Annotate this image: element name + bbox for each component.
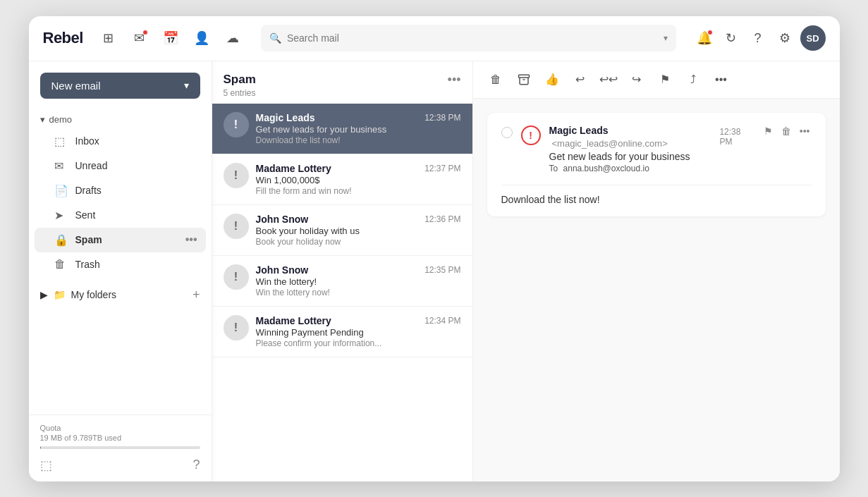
- card-to-email: anna.bush@oxcloud.io: [563, 164, 649, 173]
- email-avatar: !: [224, 214, 249, 239]
- email-card: ! Magic Leads <magic_leads@online.com> 1…: [487, 113, 826, 216]
- delete-button[interactable]: 🗑: [484, 68, 507, 91]
- topbar: Rebel ⊞ ✉ 📅 👤 ☁ 🔍 ▾ 🔔 ↻ ? ⚙ SD: [29, 16, 840, 61]
- app-window: Rebel ⊞ ✉ 📅 👤 ☁ 🔍 ▾ 🔔 ↻ ? ⚙ SD: [29, 16, 840, 481]
- folder-title: Spam: [224, 73, 256, 87]
- card-flag-button[interactable]: ⚑: [762, 124, 774, 138]
- email-preview: Book your holiday now: [256, 237, 461, 247]
- card-time: 12:38 PM: [719, 127, 753, 147]
- email-time: 12:36 PM: [424, 214, 460, 224]
- panel-toggle-icon[interactable]: ⬚: [40, 458, 52, 473]
- mail-badge: [142, 30, 148, 35]
- demo-group-label[interactable]: ▾ demo: [35, 110, 206, 129]
- flag-button[interactable]: ⚑: [654, 68, 676, 91]
- card-sender-email: <magic_leads@online.com>: [552, 138, 668, 149]
- email-top: John Snow 12:36 PM: [256, 214, 461, 225]
- email-body: John Snow 12:35 PM Win the lottery! Win …: [256, 264, 461, 297]
- drafts-label: Drafts: [75, 185, 102, 196]
- card-to: To anna.bush@oxcloud.io: [549, 164, 754, 173]
- email-body: Madame Lottery 12:34 PM Winning Payment …: [256, 315, 461, 348]
- sidebar-item-inbox[interactable]: ⬚ Inbox: [35, 129, 206, 154]
- sidebar-item-sent[interactable]: ➤ Sent: [35, 203, 206, 228]
- new-email-chevron-icon: ▾: [184, 80, 189, 91]
- email-preview: Fill the form and win now!: [256, 186, 461, 196]
- more-button[interactable]: •••: [710, 68, 733, 91]
- my-folders-folder-icon: 📁: [54, 289, 66, 300]
- add-folder-button[interactable]: +: [187, 285, 206, 305]
- search-bar: 🔍 ▾: [261, 25, 676, 51]
- card-delete-button[interactable]: 🗑: [780, 124, 793, 138]
- card-spam-icon: !: [521, 125, 541, 145]
- email-subject: Win 1,000,000$: [256, 175, 461, 185]
- apps-icon[interactable]: ⊞: [97, 27, 120, 49]
- folder-count: 5 entries: [224, 88, 256, 98]
- email-time: 12:38 PM: [424, 113, 460, 123]
- email-body: Magic Leads 12:38 PM Get new leads for y…: [256, 112, 461, 145]
- quota-bar: [40, 446, 200, 449]
- email-time: 12:37 PM: [424, 164, 460, 173]
- email-sender: Magic Leads: [256, 112, 315, 123]
- email-sender: Madame Lottery: [256, 163, 331, 174]
- email-item[interactable]: ! Madame Lottery 12:37 PM Win 1,000,000$…: [212, 154, 472, 205]
- trash-icon: 🗑: [54, 258, 68, 271]
- email-sender: Madame Lottery: [256, 315, 331, 326]
- email-avatar: !: [224, 315, 249, 340]
- sidebar: New email ▾ ▾ demo ⬚ Inbox ✉ Unread 📄: [29, 61, 212, 481]
- email-item[interactable]: ! Magic Leads 12:38 PM Get new leads for…: [212, 104, 472, 154]
- cloud-icon[interactable]: ☁: [221, 27, 244, 49]
- email-avatar: !: [224, 163, 249, 188]
- mail-icon[interactable]: ✉: [128, 27, 151, 49]
- notifications-badge: [707, 30, 713, 35]
- trash-label: Trash: [75, 259, 100, 270]
- card-sender-row: Magic Leads <magic_leads@online.com> 12:…: [549, 124, 754, 149]
- help-footer-icon[interactable]: ?: [192, 458, 200, 473]
- my-folders-label-group: ▶ 📁 My folders: [35, 289, 187, 300]
- email-top: Madame Lottery 12:34 PM: [256, 315, 461, 326]
- forward-button[interactable]: ↪: [625, 68, 648, 91]
- sidebar-item-drafts[interactable]: 📄 Drafts: [35, 178, 206, 203]
- email-time: 12:34 PM: [424, 316, 460, 326]
- search-input[interactable]: [287, 32, 658, 44]
- card-to-label: To: [549, 164, 558, 173]
- spam-toggle-button[interactable]: 👍: [541, 68, 563, 91]
- email-item[interactable]: ! John Snow 12:36 PM Book your holiday w…: [212, 205, 472, 256]
- avatar[interactable]: SD: [800, 25, 826, 51]
- folder-more-icon[interactable]: •••: [448, 73, 461, 87]
- new-email-button[interactable]: New email ▾: [40, 73, 200, 99]
- reply-button[interactable]: ↩: [569, 68, 592, 91]
- new-email-label: New email: [51, 80, 101, 92]
- contacts-icon[interactable]: 👤: [190, 27, 213, 49]
- my-folders-text: My folders: [71, 289, 117, 300]
- email-sender: John Snow: [256, 214, 309, 225]
- my-folders-section[interactable]: ▶ 📁 My folders +: [29, 279, 212, 311]
- settings-icon[interactable]: ⚙: [774, 27, 796, 49]
- quota-used: 19 MB of 9.789TB used: [40, 434, 200, 442]
- notifications-icon[interactable]: 🔔: [693, 27, 716, 49]
- sidebar-item-spam[interactable]: 🔒 Spam •••: [35, 228, 206, 252]
- card-checkbox[interactable]: [501, 127, 513, 138]
- email-list-header: Spam 5 entries •••: [212, 61, 472, 104]
- email-item[interactable]: ! John Snow 12:35 PM Win the lottery! Wi…: [212, 256, 472, 307]
- card-sender-name: Magic Leads: [549, 125, 609, 136]
- email-avatar: !: [224, 112, 249, 137]
- unread-label: Unread: [75, 160, 108, 171]
- my-folders-expand-icon: ▶: [40, 289, 48, 300]
- email-time: 12:35 PM: [424, 265, 460, 275]
- email-subject: Win the lottery!: [256, 276, 461, 287]
- unread-icon: ✉: [54, 159, 68, 173]
- card-more-button[interactable]: •••: [798, 124, 812, 138]
- archive-button[interactable]: [513, 68, 535, 91]
- quota-label: Quota: [40, 424, 200, 432]
- reply-all-button[interactable]: ↩↩: [597, 68, 620, 91]
- email-item[interactable]: ! Madame Lottery 12:34 PM Winning Paymen…: [212, 307, 472, 357]
- sidebar-item-trash[interactable]: 🗑 Trash: [35, 252, 206, 276]
- email-preview: Win the lottery now!: [256, 288, 461, 297]
- sidebar-item-unread[interactable]: ✉ Unread: [35, 154, 206, 178]
- refresh-icon[interactable]: ↻: [720, 27, 742, 49]
- spam-more-icon[interactable]: •••: [185, 233, 197, 246]
- help-icon[interactable]: ?: [747, 27, 769, 49]
- calendar-icon[interactable]: 📅: [159, 27, 182, 49]
- search-chevron-icon: ▾: [664, 33, 668, 43]
- move-button[interactable]: ⤴: [682, 68, 704, 91]
- card-subject: Get new leads for your business: [549, 151, 754, 162]
